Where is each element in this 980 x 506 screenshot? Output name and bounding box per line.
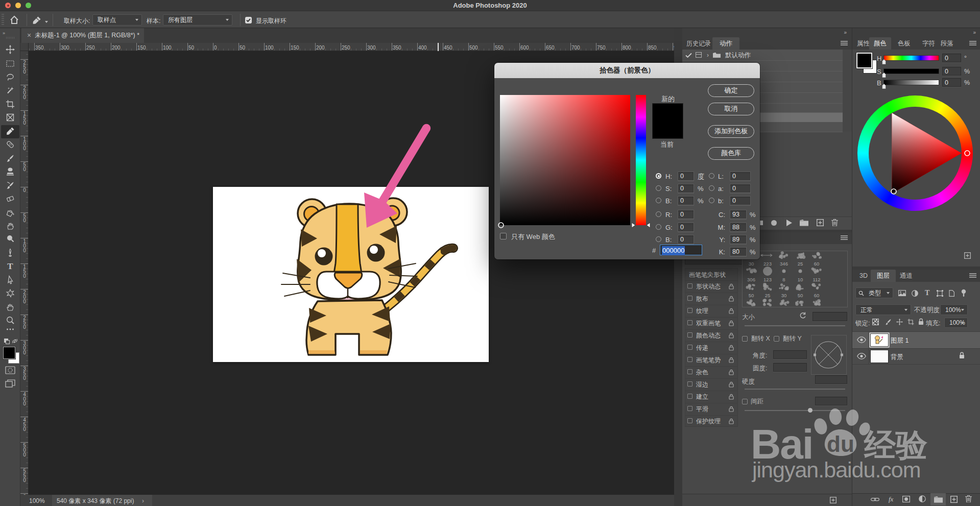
svg-text:50: 50 <box>749 293 754 298</box>
svg-text:30: 30 <box>749 261 754 267</box>
svg-text:8: 8 <box>782 277 785 282</box>
svg-text:10: 10 <box>798 277 803 282</box>
svg-text:60: 60 <box>814 261 820 267</box>
svg-text:T: T <box>7 261 13 271</box>
svg-text:60: 60 <box>814 293 820 298</box>
svg-text:50: 50 <box>798 293 803 298</box>
svg-text:25: 25 <box>765 293 771 298</box>
svg-text:112: 112 <box>812 277 820 282</box>
svg-text:30: 30 <box>781 293 787 298</box>
svg-text:346: 346 <box>780 261 788 267</box>
svg-text:25: 25 <box>798 261 803 267</box>
svg-text:123: 123 <box>763 277 772 282</box>
svg-text:223: 223 <box>763 261 772 267</box>
svg-text:306: 306 <box>747 277 755 282</box>
